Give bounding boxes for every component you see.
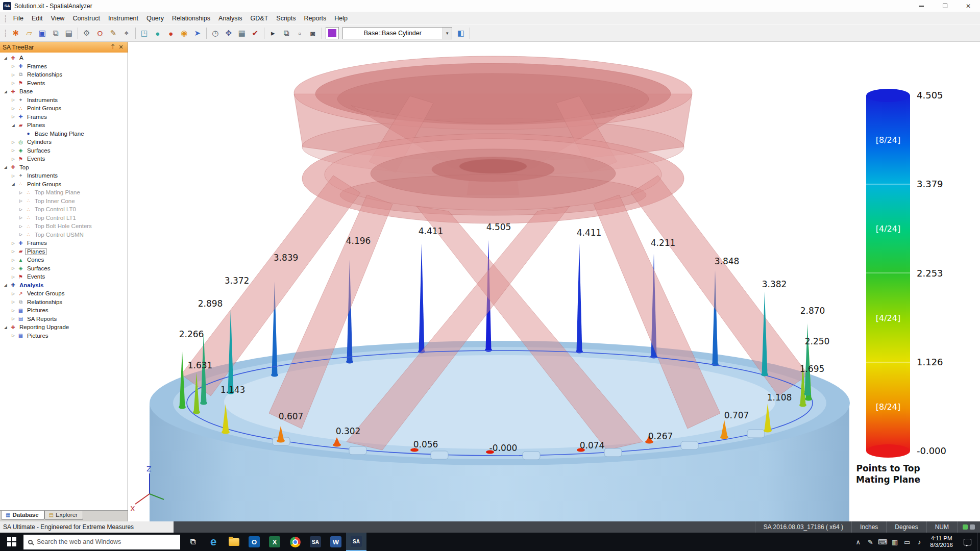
tree-node-sa-reports[interactable]: ▷▤SA Reports <box>0 315 128 323</box>
tree-expander-icon[interactable]: ◢ <box>2 89 9 94</box>
menu-analysis[interactable]: Analysis <box>214 13 247 23</box>
paint-fill-icon[interactable]: ◧ <box>454 27 468 40</box>
menu-construct[interactable]: Construct <box>68 13 104 23</box>
tree-expander-icon[interactable]: ▷ <box>10 308 17 313</box>
tree-expander-icon[interactable]: ◢ <box>2 283 9 287</box>
new-file-icon[interactable]: ✱ <box>9 27 22 40</box>
tree-expander-icon[interactable]: ▷ <box>10 81 17 85</box>
tree-expander-icon[interactable]: ▷ <box>17 232 24 237</box>
network-icon[interactable]: ▥ <box>889 538 901 546</box>
tree-expander-icon[interactable]: ◢ <box>2 56 9 60</box>
tree-node-analysis[interactable]: ◢✚Analysis <box>0 281 128 290</box>
task-view-button[interactable]: ⧉ <box>183 533 203 551</box>
tree-expander-icon[interactable]: ▷ <box>10 157 17 161</box>
taskbar-app-edge[interactable]: e <box>203 533 224 551</box>
keyboard-icon[interactable]: ⌨ <box>876 538 889 546</box>
tree-expander-icon[interactable]: ▷ <box>10 148 17 153</box>
selection-box-icon[interactable]: ▫ <box>293 27 306 40</box>
tree-expander-icon[interactable]: ▷ <box>10 241 17 245</box>
viewport-3d-scene[interactable]: 2.2661.6312.8983.3721.1433.8390.6074.196… <box>128 42 980 521</box>
taskbar-app-file-explorer[interactable] <box>224 533 244 551</box>
new-window-icon[interactable]: ⧉ <box>280 27 293 40</box>
chevron-down-icon[interactable]: ▼ <box>443 28 452 39</box>
taskbar-app-chrome[interactable] <box>285 533 305 551</box>
tree-node-frames[interactable]: ▷✚Frames <box>0 239 128 247</box>
minimize-button[interactable] <box>910 0 933 12</box>
tree-expander-icon[interactable]: ▷ <box>10 266 17 270</box>
tree-node-top-inner-cone[interactable]: ▷∴Top Inner Cone <box>0 197 128 206</box>
grid-table-icon[interactable]: ▦ <box>235 27 249 40</box>
select-cursor-icon[interactable]: ▸ <box>266 27 280 40</box>
tree-expander-icon[interactable]: ▷ <box>10 274 17 279</box>
tree-expander-icon[interactable]: ▷ <box>10 97 17 102</box>
tree-expander-icon[interactable]: ▷ <box>10 299 17 304</box>
menu-file[interactable]: File <box>9 13 28 23</box>
tree-node-a[interactable]: ◢✚A <box>0 54 128 62</box>
tree-expander-icon[interactable]: ▷ <box>17 190 24 195</box>
tree-expander-icon[interactable]: ▷ <box>10 316 17 321</box>
menu-edit[interactable]: Edit <box>28 13 47 23</box>
tree-expander-icon[interactable]: ◢ <box>2 325 9 330</box>
tree-expander-icon[interactable]: ▷ <box>10 72 17 77</box>
tree-node-planes[interactable]: ◢▰Planes <box>0 121 128 130</box>
tree-expander-icon[interactable]: ▷ <box>17 198 24 203</box>
settings-gear-icon[interactable]: ⚙ <box>80 27 93 40</box>
tree-expander-icon[interactable]: ▷ <box>10 333 17 338</box>
tree-node-frames[interactable]: ▷✚Frames <box>0 62 128 71</box>
tree-node-pictures[interactable]: ▷▦Pictures <box>0 332 128 340</box>
close-button[interactable]: ✕ <box>957 0 980 12</box>
tree-expander-icon[interactable]: ▷ <box>17 207 24 212</box>
tree-expander-icon[interactable]: ◢ <box>10 182 17 186</box>
menu-query[interactable]: Query <box>142 13 168 23</box>
tree-expander-icon[interactable]: ◢ <box>10 123 17 128</box>
tree-node-cones[interactable]: ▷▲Cones <box>0 256 128 264</box>
menu-scripts[interactable]: Scripts <box>272 13 300 23</box>
camera-icon[interactable]: ◙ <box>306 27 320 40</box>
menu-gd-t[interactable]: GD&T <box>247 13 273 23</box>
target-ball-icon[interactable]: ◉ <box>178 27 191 40</box>
tree-node-top[interactable]: ◢✚Top <box>0 163 128 172</box>
tree-node-top-control-lt1[interactable]: ▷∴Top Control LT1 <box>0 214 128 222</box>
tree-node-base[interactable]: ◢✚Base <box>0 87 128 96</box>
taskbar-app-spatialanalyzer-active[interactable]: SA <box>346 533 366 551</box>
tree-node-point-groups[interactable]: ▷∴Point Groups <box>0 104 128 113</box>
action-center-button[interactable] <box>958 533 977 551</box>
save-file-icon[interactable]: ▣ <box>36 27 49 40</box>
tree-node-events[interactable]: ▷⚑Events <box>0 272 128 281</box>
tree-expander-icon[interactable]: ▷ <box>10 291 17 296</box>
taskbar-search-input[interactable]: Search the web and Windows <box>23 535 180 549</box>
active-object-combobox[interactable]: Base::Base Cylinder▼ <box>342 27 452 39</box>
tab-explorer[interactable]: ▤ Explorer <box>44 511 83 520</box>
tree-node-base-mating-plane[interactable]: ●Base Mating Plane <box>0 130 128 138</box>
volume-icon[interactable]: ♪ <box>913 538 925 546</box>
tree-node-events[interactable]: ▷⚑Events <box>0 155 128 163</box>
menu-help[interactable]: Help <box>330 13 352 23</box>
tree-node-surfaces[interactable]: ▷◈Surfaces <box>0 146 128 155</box>
tree-node-instruments[interactable]: ▷⌖Instruments <box>0 96 128 105</box>
vector-arrow-icon[interactable]: ➤ <box>191 27 204 40</box>
tree-node-top-mating-plane[interactable]: ▷∴Top Mating Plane <box>0 188 128 197</box>
menu-instrument[interactable]: Instrument <box>104 13 142 23</box>
tree-node-top-control-lt0[interactable]: ▷∴Top Control LT0 <box>0 205 128 214</box>
color-swatch-button[interactable] <box>326 27 339 39</box>
tray-expand-icon[interactable]: ∧ <box>852 538 864 546</box>
tab-database[interactable]: ▦ Database <box>1 511 44 520</box>
tree-node-events[interactable]: ▷⚑Events <box>0 79 128 88</box>
tree-expander-icon[interactable]: ▷ <box>10 249 17 254</box>
taskbar-clock[interactable]: 4:11 PM 8/3/2016 <box>925 535 958 548</box>
tree-node-relationships[interactable]: ▷⧉Relationships <box>0 70 128 79</box>
pin-icon[interactable]: ⍑ <box>109 44 117 51</box>
tree-node-relationships[interactable]: ▷⧉Relationships <box>0 298 128 307</box>
tree-expander-icon[interactable]: ▷ <box>10 106 17 111</box>
open-file-icon[interactable]: ▱ <box>22 27 36 40</box>
tree-node-instruments[interactable]: ▷⌖Instruments <box>0 171 128 180</box>
taskbar-app-excel[interactable]: X <box>264 533 285 551</box>
construct-point-icon[interactable]: ⌖ <box>120 27 133 40</box>
copy-icon[interactable]: ⧉ <box>49 27 62 40</box>
tree-expander-icon[interactable]: ▷ <box>10 258 17 262</box>
taskbar-app-outlook[interactable]: O <box>244 533 264 551</box>
tree-node-frames[interactable]: ▷✚Frames <box>0 113 128 121</box>
battery-icon[interactable]: ▭ <box>901 538 913 546</box>
tree-node-surfaces[interactable]: ▷◈Surfaces <box>0 264 128 273</box>
sphere-teal-icon[interactable]: ● <box>151 27 164 40</box>
